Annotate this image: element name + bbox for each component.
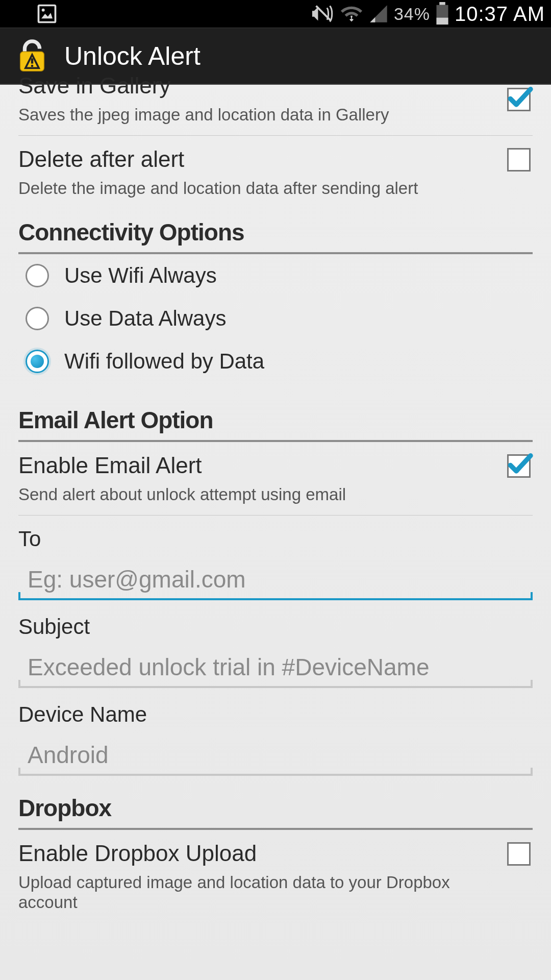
email-subject-input[interactable] <box>18 649 533 687</box>
signal-icon <box>368 4 389 24</box>
picture-notification-icon <box>36 3 58 25</box>
save-in-gallery-checkbox[interactable] <box>507 88 531 111</box>
app-lock-icon <box>14 38 50 74</box>
radio-label: Use Data Always <box>64 306 226 331</box>
setting-title: Enable Dropbox Upload <box>18 839 497 867</box>
svg-rect-0 <box>39 6 56 22</box>
svg-marker-1 <box>41 13 53 18</box>
status-bar: 34% 10:37 AM <box>0 0 551 28</box>
setting-title: Enable Email Alert <box>18 451 497 479</box>
radio-use-wifi-always[interactable]: Use Wifi Always <box>18 254 533 297</box>
radio-icon <box>26 350 49 373</box>
app-title: Unlock Alert <box>64 41 201 71</box>
setting-subtitle: Delete the image and location data after… <box>18 178 497 199</box>
svg-rect-9 <box>436 18 448 24</box>
section-dropbox: Dropbox <box>18 779 533 830</box>
settings-content[interactable]: Save in Gallery Saves the jpeg image and… <box>0 85 551 913</box>
vibrate-mute-icon <box>311 2 335 26</box>
svg-marker-5 <box>370 5 387 22</box>
setting-subtitle: Upload captured image and location data … <box>18 872 497 913</box>
email-to-input[interactable] <box>18 561 533 599</box>
svg-marker-6 <box>370 17 375 22</box>
radio-label: Wifi followed by Data <box>64 349 264 374</box>
status-time: 10:37 AM <box>455 3 545 26</box>
field-label: Subject <box>18 615 533 639</box>
wifi-icon <box>340 2 363 26</box>
radio-wifi-then-data[interactable]: Wifi followed by Data <box>18 340 533 391</box>
enable-email-checkbox[interactable] <box>507 454 531 478</box>
field-label: Device Name <box>18 702 533 727</box>
field-subject: Subject <box>18 603 533 691</box>
enable-dropbox-checkbox[interactable] <box>507 842 531 866</box>
svg-point-13 <box>31 64 34 67</box>
setting-subtitle: Saves the jpeg image and location data i… <box>18 105 497 125</box>
field-label: To <box>18 527 533 551</box>
setting-enable-dropbox[interactable]: Enable Dropbox Upload Upload captured im… <box>18 830 533 913</box>
section-connectivity: Connectivity Options <box>18 203 533 254</box>
section-email-alert: Email Alert Option <box>18 391 533 442</box>
setting-delete-after-alert[interactable]: Delete after alert Delete the image and … <box>18 136 533 204</box>
radio-icon <box>26 307 49 330</box>
svg-point-2 <box>42 9 45 12</box>
radio-icon <box>26 264 49 287</box>
battery-percent: 34% <box>394 4 430 24</box>
battery-icon <box>435 2 449 26</box>
svg-rect-7 <box>439 2 445 5</box>
radio-label: Use Wifi Always <box>64 263 217 288</box>
setting-title: Save in Gallery <box>18 71 497 100</box>
setting-enable-email-alert[interactable]: Enable Email Alert Send alert about unlo… <box>18 442 533 516</box>
radio-use-data-always[interactable]: Use Data Always <box>18 297 533 340</box>
svg-rect-12 <box>31 58 33 63</box>
delete-after-alert-checkbox[interactable] <box>507 148 531 172</box>
setting-subtitle: Send alert about unlock attempt using em… <box>18 484 497 505</box>
setting-save-in-gallery[interactable]: Save in Gallery Saves the jpeg image and… <box>18 85 533 136</box>
setting-title: Delete after alert <box>18 145 497 173</box>
device-name-input[interactable] <box>18 737 533 775</box>
field-device-name: Device Name <box>18 691 533 779</box>
field-to: To <box>18 516 533 603</box>
